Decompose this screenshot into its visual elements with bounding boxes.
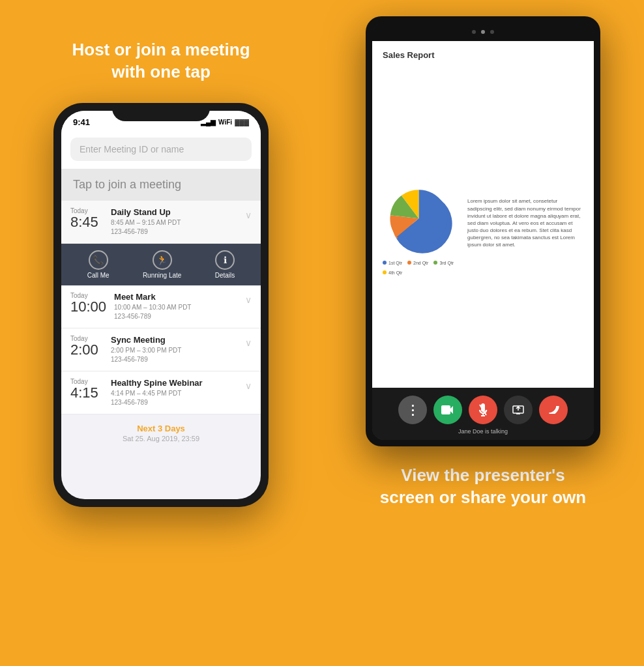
meeting-title: Sync Meeting <box>111 335 237 345</box>
meeting-hour: 4:15 <box>70 385 103 401</box>
meeting-time-block: Today 10:00 <box>70 292 106 315</box>
meeting-title: Daily Stand Up <box>111 207 237 217</box>
meeting-time-block: Today 8:45 <box>70 207 103 230</box>
meeting-hour: 2:00 <box>70 342 103 358</box>
legend-color-4 <box>383 270 387 274</box>
call-me-action[interactable]: 📞 Call Me <box>87 250 110 279</box>
legend-label-1: 1st Qtr <box>388 261 402 265</box>
camera-dot <box>472 30 476 34</box>
next-days-title: Next 3 Days <box>70 424 252 433</box>
running-late-icon: 🏃 <box>153 250 172 270</box>
left-tagline: Host or join a meeting with one tap <box>57 39 265 83</box>
right-panel: Sales Report <box>322 0 644 666</box>
legend-label-2: 2nd Qtr <box>413 261 428 265</box>
wifi-icon: WiFi <box>218 119 232 126</box>
call-controls: ⋮ <box>372 388 594 440</box>
meeting-title: Healthy Spine Webinar <box>111 378 237 388</box>
running-late-action[interactable]: 🏃 Running Late <box>143 250 182 279</box>
legend-item-3: 3rd Qtr <box>433 261 454 265</box>
meeting-title: Meet Mark <box>114 292 237 302</box>
meeting-details: 4:14 PM – 4:45 PM PDT 123-456-789 <box>111 389 237 407</box>
meeting-info: Sync Meeting 2:00 PM – 3:00 PM PDT 123-4… <box>111 335 237 364</box>
meeting-hour: 10:00 <box>70 299 106 315</box>
camera-dot-2 <box>490 30 494 34</box>
right-phone-inner: Sales Report <box>372 23 594 440</box>
left-phone: 9:41 ▂▄▆ WiFi ▓▓▓ Enter Meeting ID or na… <box>53 103 269 507</box>
battery-icon: ▓▓▓ <box>235 119 249 126</box>
meeting-hour: 8:45 <box>70 214 103 230</box>
chevron-down-icon: ∨ <box>245 381 252 391</box>
status-icons: ▂▄▆ WiFi ▓▓▓ <box>201 119 249 126</box>
sales-report-title: Sales Report <box>383 50 583 60</box>
details-icon: ℹ <box>215 250 235 270</box>
call-me-icon: 📞 <box>89 250 108 270</box>
screen-share-button[interactable] <box>504 396 533 424</box>
meeting-details: 8:45 AM – 9:15 AM PDT 123-456-789 <box>111 218 237 237</box>
chevron-down-icon: ∨ <box>245 338 252 348</box>
meeting-day: Today <box>70 292 106 299</box>
next-days-date: Sat 25. Aug 2019, 23:59 <box>70 435 252 442</box>
meeting-day: Today <box>70 378 103 385</box>
controls-row: ⋮ <box>379 396 587 424</box>
call-me-label: Call Me <box>87 272 110 279</box>
details-label: Details <box>215 272 235 279</box>
chevron-down-icon: ∨ <box>245 210 252 220</box>
chart-description: Lorem ipsum dolor sit amet, consetetur s… <box>467 197 583 248</box>
more-options-button[interactable]: ⋮ <box>398 396 427 424</box>
chart-legend: 1st Qtr 2nd Qtr 3rd Qtr <box>383 261 461 275</box>
status-time: 9:41 <box>73 117 90 127</box>
meeting-info: Meet Mark 10:00 AM – 10:30 AM PDT 123-45… <box>114 292 237 321</box>
legend-item-1: 1st Qtr <box>383 261 402 265</box>
meeting-details: 10:00 AM – 10:30 AM PDT 123-456-789 <box>114 303 237 321</box>
legend-item-2: 2nd Qtr <box>407 261 428 265</box>
details-action[interactable]: ℹ Details <box>215 250 235 279</box>
meeting-day: Today <box>70 207 103 214</box>
right-phone-screen: Sales Report <box>372 41 594 440</box>
action-bar: 📞 Call Me 🏃 Running Late ℹ Details <box>61 244 261 285</box>
right-tagline: View the presenter's screen or share you… <box>379 465 587 509</box>
search-container: Enter Meeting ID or name <box>61 131 261 169</box>
meeting-time-block: Today 4:15 <box>70 378 103 401</box>
meeting-info: Daily Stand Up 8:45 AM – 9:15 AM PDT 123… <box>111 207 237 237</box>
mute-button[interactable] <box>469 396 497 424</box>
meeting-search-input[interactable]: Enter Meeting ID or name <box>70 138 252 161</box>
pie-chart: 1st Qtr 2nd Qtr 3rd Qtr <box>383 188 461 259</box>
sales-report: Sales Report <box>372 41 594 388</box>
meeting-time-block: Today 2:00 <box>70 335 103 358</box>
join-meeting-button[interactable]: Tap to join a meeting <box>61 169 261 201</box>
left-panel: Host or join a meeting with one tap 9:41… <box>0 0 322 666</box>
video-button[interactable] <box>433 396 462 424</box>
camera-sensor <box>481 30 485 34</box>
legend-color-1 <box>383 261 387 265</box>
end-call-button[interactable] <box>539 396 568 424</box>
running-late-label: Running Late <box>143 272 182 279</box>
meeting-item[interactable]: Today 8:45 Daily Stand Up 8:45 AM – 9:15… <box>61 201 261 244</box>
meeting-day: Today <box>70 335 103 342</box>
legend-color-2 <box>407 261 411 265</box>
phone-top-bar <box>372 23 594 41</box>
presenter-view: Sales Report <box>372 41 594 388</box>
talking-status: Jane Doe is talking <box>379 428 587 435</box>
meeting-item[interactable]: Today 10:00 Meet Mark 10:00 AM – 10:30 A… <box>61 285 261 328</box>
left-phone-screen: 9:41 ▂▄▆ WiFi ▓▓▓ Enter Meeting ID or na… <box>61 111 261 499</box>
meeting-item[interactable]: Today 2:00 Sync Meeting 2:00 PM – 3:00 P… <box>61 328 261 371</box>
right-phone: Sales Report <box>366 16 600 446</box>
legend-label-3: 3rd Qtr <box>439 261 454 265</box>
legend-item-4: 4th Qtr <box>383 270 402 275</box>
next-days-section: Next 3 Days Sat 25. Aug 2019, 23:59 <box>61 414 261 445</box>
legend-label-4: 4th Qtr <box>388 270 402 275</box>
signal-icon: ▂▄▆ <box>201 119 216 126</box>
sales-report-content: 1st Qtr 2nd Qtr 3rd Qtr <box>383 65 583 381</box>
phone-notch <box>112 103 210 121</box>
meeting-info: Healthy Spine Webinar 4:14 PM – 4:45 PM … <box>111 378 237 407</box>
chevron-down-icon: ∨ <box>245 295 252 305</box>
legend-color-3 <box>433 261 437 265</box>
meeting-item[interactable]: Today 4:15 Healthy Spine Webinar 4:14 PM… <box>61 371 261 414</box>
meeting-details: 2:00 PM – 3:00 PM PDT 123-456-789 <box>111 346 237 364</box>
